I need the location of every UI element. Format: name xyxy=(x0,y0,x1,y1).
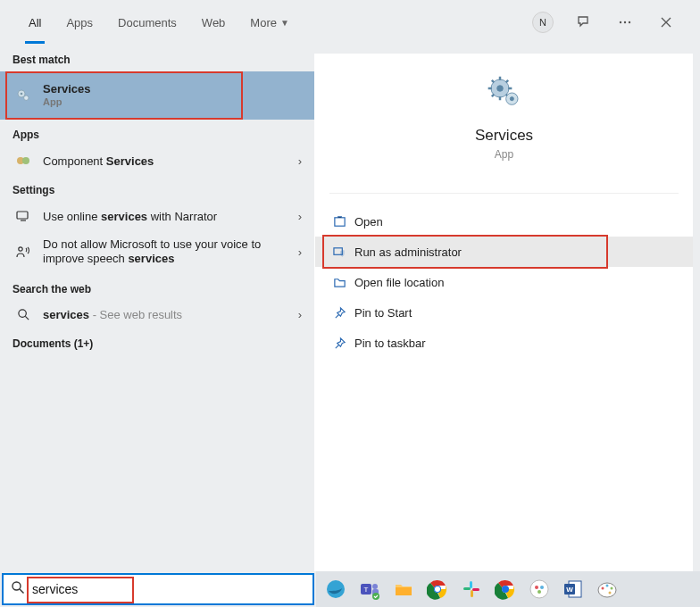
result-web-services[interactable]: services - See web results › xyxy=(0,301,314,328)
tab-apps[interactable]: Apps xyxy=(54,1,105,44)
svg-point-23 xyxy=(372,593,379,600)
taskbar-chrome-beta-icon[interactable] xyxy=(493,577,518,602)
search-input[interactable] xyxy=(32,582,305,596)
svg-point-20 xyxy=(372,584,378,589)
start-search-window: All Apps Documents Web More ▼ N Best mat… xyxy=(0,0,700,607)
detail-title: Services xyxy=(315,127,693,145)
action-label: Open xyxy=(354,215,383,229)
best-match-subtitle: App xyxy=(43,96,302,109)
result-speech-services[interactable]: Do not allow Microsoft to use your voice… xyxy=(0,230,314,274)
svg-rect-31 xyxy=(472,588,479,591)
component-services-icon xyxy=(12,154,34,168)
svg-point-17 xyxy=(12,582,21,590)
admin-shield-icon xyxy=(333,245,354,259)
svg-point-44 xyxy=(611,587,613,590)
chevron-right-icon: › xyxy=(298,245,302,259)
svg-point-35 xyxy=(535,586,538,589)
chevron-right-icon: › xyxy=(298,154,302,168)
taskbar-edge-icon[interactable] xyxy=(323,577,348,602)
action-label: Pin to Start xyxy=(354,306,412,320)
more-options-icon[interactable] xyxy=(607,6,643,38)
taskbar-word-icon[interactable]: W xyxy=(561,577,586,602)
user-avatar[interactable]: N xyxy=(532,12,554,33)
svg-point-5 xyxy=(24,96,29,100)
svg-point-42 xyxy=(602,587,604,590)
documents-header: Documents (1+) xyxy=(0,328,314,355)
best-match-result[interactable]: Services App xyxy=(0,71,314,120)
svg-point-27 xyxy=(435,586,440,592)
search-tabs: All Apps Documents Web More ▼ N xyxy=(0,0,700,45)
svg-point-4 xyxy=(21,93,23,96)
close-button[interactable] xyxy=(648,6,684,38)
monitor-icon xyxy=(12,209,34,223)
svg-point-1 xyxy=(624,21,626,23)
chevron-down-icon: ▼ xyxy=(280,18,289,28)
window-controls: N xyxy=(532,6,684,38)
tab-all[interactable]: All xyxy=(16,1,54,44)
svg-point-34 xyxy=(530,580,548,598)
search-bar xyxy=(2,573,314,605)
svg-text:W: W xyxy=(566,586,573,594)
svg-rect-8 xyxy=(17,212,28,219)
results-panel: Best match Services App Apps Component S… xyxy=(0,45,314,571)
result-component-services[interactable]: Component Services › xyxy=(0,146,314,175)
services-gear-icon xyxy=(12,88,34,103)
taskbar: T W xyxy=(316,571,700,607)
svg-point-18 xyxy=(327,580,345,598)
svg-point-0 xyxy=(620,21,621,23)
action-label: Run as administrator xyxy=(354,245,462,259)
taskbar-teams-icon[interactable]: T xyxy=(357,577,382,602)
svg-point-14 xyxy=(510,97,513,101)
services-gear-icon-large xyxy=(315,75,693,111)
svg-rect-28 xyxy=(470,581,472,588)
action-open-file-location[interactable]: Open file location xyxy=(315,267,693,297)
svg-point-9 xyxy=(19,247,22,251)
svg-point-37 xyxy=(538,590,541,594)
result-narrator-services[interactable]: Use online services with Narrator › xyxy=(0,202,314,230)
best-match-header: Best match xyxy=(0,45,314,71)
svg-rect-29 xyxy=(463,587,471,590)
tab-documents[interactable]: Documents xyxy=(105,1,189,44)
svg-point-33 xyxy=(502,586,509,593)
person-speech-icon xyxy=(12,245,34,259)
action-pin-to-start[interactable]: Pin to Start xyxy=(315,297,693,328)
feedback-icon[interactable] xyxy=(566,6,602,38)
svg-point-12 xyxy=(496,86,503,92)
tab-web[interactable]: Web xyxy=(189,1,238,44)
svg-point-45 xyxy=(609,592,612,595)
pin-icon xyxy=(333,337,354,350)
settings-header: Settings xyxy=(0,175,314,202)
svg-rect-24 xyxy=(396,587,412,595)
pin-icon xyxy=(333,306,354,320)
action-run-as-admin[interactable]: Run as administrator xyxy=(315,237,693,267)
search-icon xyxy=(12,308,34,321)
action-label: Pin to taskbar xyxy=(354,337,426,350)
chevron-right-icon: › xyxy=(298,308,302,321)
open-icon xyxy=(333,215,354,229)
result-label: services - See web results xyxy=(43,308,298,321)
tab-more[interactable]: More ▼ xyxy=(238,1,302,44)
taskbar-chrome-icon[interactable] xyxy=(425,577,450,602)
svg-rect-30 xyxy=(471,590,473,597)
result-label: Do not allow Microsoft to use your voice… xyxy=(43,237,298,267)
detail-subtitle: App xyxy=(315,148,693,161)
taskbar-slack-icon[interactable] xyxy=(459,577,484,602)
chevron-right-icon: › xyxy=(298,210,302,223)
svg-text:T: T xyxy=(364,586,369,594)
action-label: Open file location xyxy=(354,276,444,289)
result-label: Use online services with Narrator xyxy=(43,210,298,223)
svg-rect-15 xyxy=(335,217,345,225)
tab-more-label: More xyxy=(250,16,277,29)
action-pin-to-taskbar[interactable]: Pin to taskbar xyxy=(315,328,693,358)
apps-header: Apps xyxy=(0,120,314,146)
taskbar-app-icon[interactable] xyxy=(527,577,552,602)
taskbar-explorer-icon[interactable] xyxy=(391,577,416,602)
action-open[interactable]: Open xyxy=(315,206,693,237)
search-web-header: Search the web xyxy=(0,274,314,301)
detail-panel: Services App Open Run as administrator xyxy=(314,54,693,571)
folder-icon xyxy=(333,276,354,289)
taskbar-paint-icon[interactable] xyxy=(595,577,620,602)
best-match-title: Services xyxy=(43,82,302,96)
svg-point-7 xyxy=(22,157,29,164)
search-icon xyxy=(11,580,25,598)
